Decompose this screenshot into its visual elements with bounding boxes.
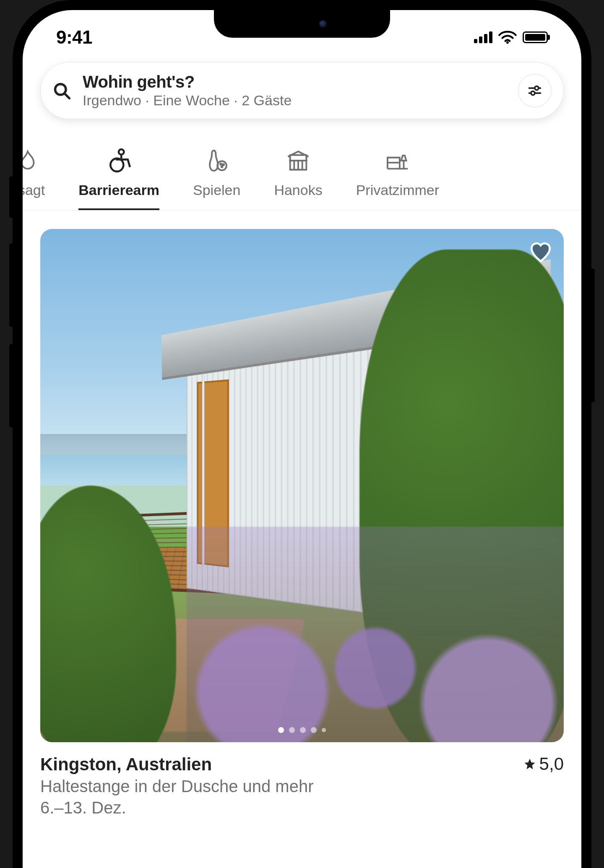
- filter-icon: [527, 83, 542, 98]
- battery-icon: [523, 31, 548, 43]
- svg-point-10: [220, 164, 221, 165]
- category-label: Privatzimmer: [356, 182, 439, 198]
- listing-photo-placeholder: [40, 229, 564, 742]
- dot: [322, 728, 326, 732]
- phone-side-button: [9, 344, 14, 428]
- svg-point-12: [221, 166, 222, 167]
- heart-icon: [528, 240, 553, 264]
- phone-side-button: [9, 176, 14, 218]
- category-tabs[interactable]: esagt Barrierearm: [23, 124, 581, 211]
- listing-meta: Kingston, Australien 5,0 Haltestange in …: [40, 742, 564, 817]
- image-pagination-dots: [278, 727, 326, 733]
- svg-line-2: [65, 94, 69, 98]
- status-time: 9:41: [56, 27, 92, 48]
- phone-frame: 9:41 Wohi: [13, 0, 591, 868]
- category-tab-barrierearm[interactable]: Barrierearm: [62, 141, 176, 210]
- bowling-icon: [204, 148, 230, 174]
- category-label: esagt: [23, 182, 45, 198]
- search-subtitle: Irgendwo · Eine Woche · 2 Gäste: [83, 92, 506, 109]
- listing-dates: 6.–13. Dez.: [40, 798, 564, 817]
- listing-feature: Haltestange in der Dusche und mehr: [40, 777, 564, 796]
- svg-point-0: [506, 42, 509, 44]
- cellular-signal-icon: [474, 31, 492, 43]
- dot: [278, 727, 284, 733]
- dot: [311, 727, 317, 733]
- category-tab-privatzimmer[interactable]: Privatzimmer: [339, 141, 456, 210]
- search-title: Wohin geht's?: [83, 73, 506, 91]
- wheelchair-icon: [106, 148, 132, 174]
- category-label: Barrierearm: [78, 182, 159, 198]
- phone-notch: [214, 10, 390, 38]
- svg-point-4: [535, 86, 539, 90]
- listing-image[interactable]: [40, 229, 564, 742]
- wifi-icon: [498, 31, 517, 44]
- dot: [289, 727, 295, 733]
- bed-lamp-icon: [385, 148, 411, 174]
- status-icons: [474, 31, 548, 44]
- category-tab-spielen[interactable]: Spielen: [176, 141, 257, 210]
- star-icon: [523, 758, 536, 770]
- listing-rating: 5,0: [523, 754, 564, 774]
- category-tab-hanoks[interactable]: Hanoks: [257, 141, 339, 210]
- category-label: Spielen: [193, 182, 240, 198]
- phone-side-button: [9, 243, 14, 327]
- phone-side-button: [590, 268, 595, 403]
- listing-location: Kingston, Australien: [40, 754, 212, 774]
- filter-button[interactable]: [518, 74, 552, 107]
- hanok-icon: [285, 148, 311, 174]
- svg-point-6: [531, 91, 535, 95]
- favorite-button[interactable]: [528, 240, 553, 266]
- category-label: Hanoks: [274, 182, 322, 198]
- fire-icon: [23, 148, 41, 174]
- search-icon: [52, 81, 71, 100]
- search-bar[interactable]: Wohin geht's? Irgendwo · Eine Woche · 2 …: [40, 62, 564, 119]
- dot: [300, 727, 306, 733]
- svg-point-11: [223, 164, 224, 165]
- phone-screen: 9:41 Wohi: [23, 10, 581, 868]
- category-tab-angesagt[interactable]: esagt: [23, 141, 62, 210]
- svg-point-8: [119, 149, 124, 154]
- listing-rating-value: 5,0: [539, 754, 564, 774]
